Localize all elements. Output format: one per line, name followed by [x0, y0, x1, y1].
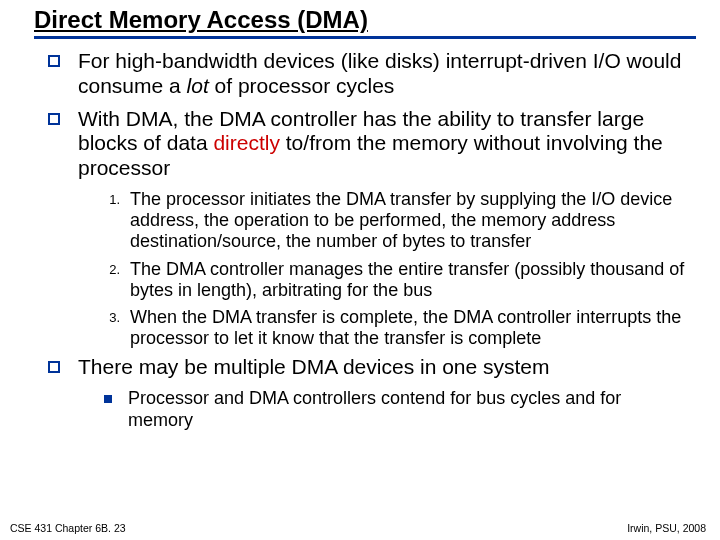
footer-left: CSE 431 Chapter 6B. 23 [10, 522, 126, 534]
item-text: The processor initiates the DMA transfer… [130, 189, 690, 253]
bullet-text: With DMA, the DMA controller has the abi… [78, 107, 690, 181]
italic-text: lot [187, 74, 209, 97]
item-number: 2. [104, 259, 130, 301]
item-number: 1. [104, 189, 130, 253]
sub-bullet-item: Processor and DMA controllers contend fo… [104, 388, 690, 431]
bullet-text: For high-bandwidth devices (like disks) … [78, 49, 690, 99]
slide-footer: CSE 431 Chapter 6B. 23 Irwin, PSU, 2008 [10, 522, 706, 534]
square-bullet-icon [48, 361, 60, 373]
bullet-text: There may be multiple DMA devices in one… [78, 355, 550, 380]
numbered-item: 1. The processor initiates the DMA trans… [104, 189, 690, 253]
square-bullet-icon [48, 113, 60, 125]
numbered-item: 3. When the DMA transfer is complete, th… [104, 307, 690, 349]
text-fragment: of processor cycles [209, 74, 395, 97]
highlighted-text: directly [213, 131, 280, 154]
bullet-item: There may be multiple DMA devices in one… [48, 355, 690, 380]
sub-bullet-list: Processor and DMA controllers contend fo… [104, 388, 690, 431]
bullet-item: For high-bandwidth devices (like disks) … [48, 49, 690, 99]
square-bullet-icon [48, 55, 60, 67]
numbered-item: 2. The DMA controller manages the entire… [104, 259, 690, 301]
item-text: When the DMA transfer is complete, the D… [130, 307, 690, 349]
content-area: For high-bandwidth devices (like disks) … [20, 49, 700, 431]
bullet-item: With DMA, the DMA controller has the abi… [48, 107, 690, 181]
footer-right: Irwin, PSU, 2008 [627, 522, 706, 534]
item-text: The DMA controller manages the entire tr… [130, 259, 690, 301]
numbered-list: 1. The processor initiates the DMA trans… [104, 189, 690, 350]
item-number: 3. [104, 307, 130, 349]
filled-square-bullet-icon [104, 395, 112, 403]
sub-bullet-text: Processor and DMA controllers contend fo… [128, 388, 690, 431]
slide-title: Direct Memory Access (DMA) [34, 6, 696, 34]
slide: Direct Memory Access (DMA) For high-band… [0, 0, 720, 540]
title-underline-wrap: Direct Memory Access (DMA) [34, 6, 696, 39]
